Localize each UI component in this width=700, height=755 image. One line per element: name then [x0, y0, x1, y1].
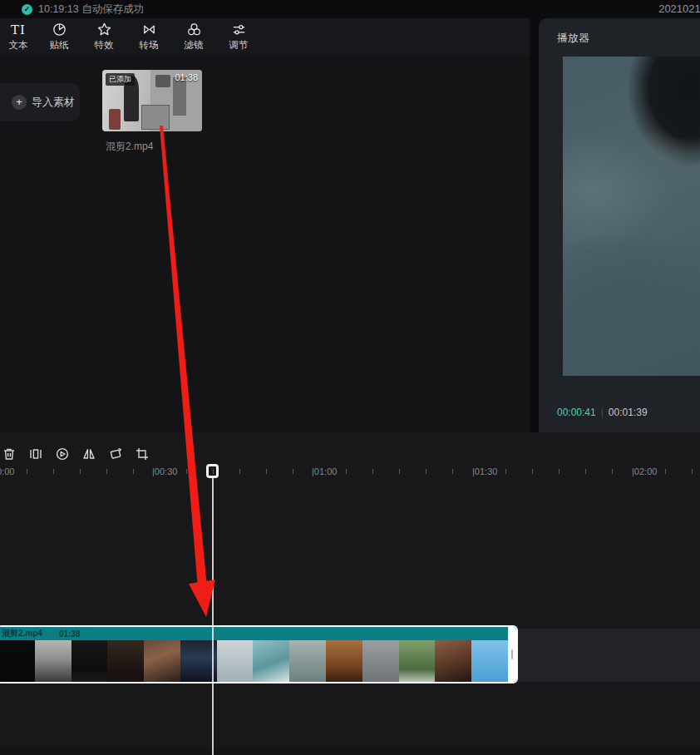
adjust-icon	[231, 22, 247, 37]
timeline-footer	[0, 747, 700, 755]
rotate-icon[interactable]	[107, 446, 123, 462]
filmstrip-frame	[35, 640, 71, 682]
filmstrip-frame	[217, 640, 254, 682]
project-name: 20210218	[658, 2, 700, 15]
filmstrip-frame	[0, 640, 35, 682]
ruler-label: |01:00	[312, 466, 337, 476]
media-filename: 混剪2.mp4	[106, 140, 153, 154]
current-time: 00:00:41	[557, 407, 596, 418]
timeline-panel: |00:00 |00:30 |01:00 |01:30 |02:00 混剪2.m…	[0, 432, 700, 755]
timeline-clip[interactable]: 混剪2.mp4 01:38	[0, 625, 518, 683]
media-item-thumbnail[interactable]: 已添加 01:38	[102, 70, 202, 131]
autosave-text: 10:19:13 自动保存成功	[38, 2, 144, 17]
tab-text[interactable]: TI 文本	[0, 18, 37, 55]
filmstrip-frame	[107, 640, 144, 682]
ruler-label: |00:00	[0, 466, 14, 476]
tab-adjust[interactable]: 调节	[216, 18, 261, 55]
ruler-label: |01:30	[472, 466, 497, 476]
autosave-status: ✓ 10:19:13 自动保存成功	[22, 2, 144, 17]
media-duration: 01:38	[175, 72, 198, 82]
thumb-suitcase	[109, 109, 120, 130]
text-icon: TI	[11, 22, 26, 37]
tab-sticker[interactable]: 贴纸	[37, 18, 81, 55]
tab-filter-label: 滤镜	[185, 39, 204, 52]
crop-icon[interactable]	[134, 446, 150, 462]
playhead-line	[212, 477, 214, 755]
time-separator: |	[601, 407, 604, 418]
ruler-label: |02:00	[632, 466, 657, 476]
video-preview	[563, 57, 700, 376]
autosave-check-icon: ✓	[22, 4, 32, 15]
ruler-label: |00:30	[152, 466, 177, 476]
import-media-button[interactable]: + 导入素材	[0, 83, 80, 121]
filmstrip-frame	[362, 640, 399, 682]
category-toolbar: TI 文本 贴纸 特效 转场	[0, 18, 530, 55]
tab-sticker-label: 贴纸	[50, 39, 69, 52]
timeline-ruler[interactable]: |00:00 |00:30 |01:00 |01:30 |02:00	[0, 464, 700, 481]
import-media-label: 导入素材	[32, 95, 75, 110]
plus-icon: +	[12, 95, 27, 110]
filmstrip-frame	[326, 640, 362, 682]
clip-header: 混剪2.mp4 01:38	[0, 627, 516, 640]
delete-icon[interactable]	[1, 446, 17, 462]
reverse-play-icon[interactable]	[54, 446, 70, 462]
clip-trim-handle-right[interactable]	[508, 627, 516, 682]
clip-filmstrip	[0, 640, 508, 682]
clip-filename: 混剪2.mp4	[2, 628, 42, 639]
filmstrip-frame	[471, 640, 508, 682]
tab-transition-label: 转场	[140, 39, 159, 52]
filter-icon	[186, 22, 202, 37]
filmstrip-frame	[289, 640, 326, 682]
filmstrip-frame	[144, 640, 180, 682]
filmstrip-frame	[71, 640, 108, 682]
tab-transition[interactable]: 转场	[126, 18, 171, 55]
tab-effects[interactable]: 特效	[81, 18, 126, 55]
freeze-frame-icon[interactable]	[27, 446, 43, 462]
tab-effects-label: 特效	[95, 39, 114, 52]
player-panel: 播放器 00:00:41|00:01:39	[539, 18, 700, 432]
added-badge: 已添加	[106, 73, 135, 86]
video-editor-window: ✓ 10:19:13 自动保存成功 20210218 TI 文本 贴纸 特效	[0, 0, 700, 755]
tab-text-label: 文本	[9, 39, 28, 52]
effects-star-icon	[96, 22, 112, 37]
media-library-panel: TI 文本 贴纸 特效 转场	[0, 18, 530, 432]
tab-filter[interactable]: 滤镜	[171, 18, 216, 55]
filmstrip-frame	[253, 640, 289, 682]
sticker-icon	[52, 22, 67, 37]
transition-icon	[141, 22, 157, 37]
playhead-handle[interactable]	[206, 464, 219, 478]
tab-adjust-label: 调节	[229, 39, 249, 52]
status-bar: ✓ 10:19:13 自动保存成功 20210218	[0, 0, 700, 18]
thumb-doorway	[173, 77, 186, 116]
filmstrip-frame	[435, 640, 471, 682]
grip-icon	[511, 649, 513, 659]
clip-duration: 01:38	[59, 629, 81, 639]
thumb-cart	[141, 105, 170, 130]
filmstrip-frame	[399, 640, 436, 682]
timeline-toolbar	[1, 446, 150, 462]
player-title: 播放器	[557, 31, 589, 46]
total-time: 00:01:39	[609, 407, 648, 418]
thumb-sign	[155, 75, 170, 87]
mirror-icon[interactable]	[81, 446, 96, 462]
player-timecodes: 00:00:41|00:01:39	[557, 407, 648, 418]
